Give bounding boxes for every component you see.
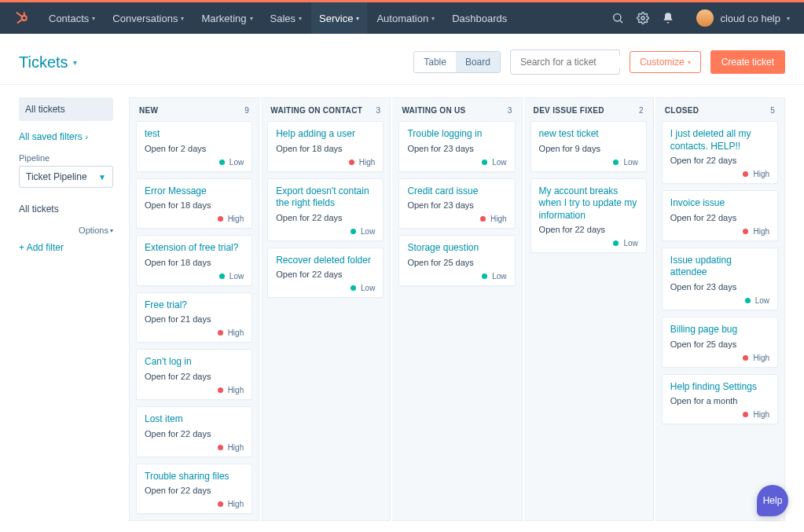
nav-item-dashboards[interactable]: Dashboards bbox=[444, 2, 515, 34]
ticket-card[interactable]: Error MessageOpen for 18 daysHigh bbox=[136, 178, 252, 229]
nav-item-marketing[interactable]: Marketing▾ bbox=[193, 2, 260, 34]
sidebar-tabs: All tickets bbox=[19, 97, 113, 121]
ticket-age: Open for 22 days bbox=[145, 372, 244, 381]
nav-item-label: Contacts bbox=[49, 13, 89, 24]
account-name: cloud co help bbox=[720, 13, 780, 24]
ticket-age: Open for a month bbox=[670, 396, 769, 405]
priority-dot-icon bbox=[480, 216, 486, 222]
ticket-card[interactable]: Help adding a userOpen for 18 daysHigh bbox=[267, 121, 384, 172]
ticket-title: Trouble logging in bbox=[407, 128, 506, 141]
settings-gear-icon[interactable] bbox=[637, 12, 649, 24]
nav-item-sales[interactable]: Sales▾ bbox=[262, 2, 310, 34]
add-filter-button[interactable]: + Add filter bbox=[19, 242, 64, 253]
chevron-down-icon: ▾ bbox=[181, 15, 184, 22]
nav-item-contacts[interactable]: Contacts▾ bbox=[41, 2, 103, 34]
board-column: CLOSED5I just deleted all my contacts. H… bbox=[655, 97, 785, 521]
column-count: 9 bbox=[244, 106, 249, 115]
customize-button[interactable]: Customize ▾ bbox=[630, 51, 701, 73]
ticket-title: Billing page bug bbox=[670, 324, 769, 336]
search-icon[interactable] bbox=[611, 12, 624, 24]
ticket-card[interactable]: Recover deleted folderOpen for 22 daysLo… bbox=[267, 248, 384, 299]
ticket-card[interactable]: Trouble logging inOpen for 23 daysLow bbox=[398, 121, 515, 172]
ticket-footer: Low bbox=[145, 158, 244, 167]
ticket-title: Lost item bbox=[145, 413, 244, 426]
account-menu[interactable]: cloud co help ▾ bbox=[687, 9, 790, 27]
pipeline-value: Ticket Pipeline bbox=[26, 171, 87, 182]
column-title: WAITING ON US bbox=[402, 106, 465, 115]
svg-line-6 bbox=[620, 20, 622, 23]
priority-label: High bbox=[228, 443, 244, 452]
board-column: WAITING ON CONTACT3Help adding a userOpe… bbox=[261, 97, 391, 521]
priority-dot-icon bbox=[482, 160, 487, 165]
board-view-button[interactable]: Board bbox=[456, 52, 500, 72]
ticket-card[interactable]: I just deleted all my contacts. HELP!!Op… bbox=[662, 121, 778, 184]
chevron-down-icon: ▾ bbox=[688, 59, 691, 66]
svg-point-7 bbox=[641, 17, 644, 20]
ticket-card[interactable]: Can't log inOpen for 22 daysHigh bbox=[136, 349, 252, 400]
view-toggle: Table Board bbox=[413, 51, 501, 73]
priority-dot-icon bbox=[218, 445, 223, 450]
ticket-age: Open for 22 days bbox=[670, 213, 769, 222]
column-title: NEW bbox=[139, 106, 158, 115]
table-view-button[interactable]: Table bbox=[414, 52, 456, 72]
priority-dot-icon bbox=[743, 229, 748, 234]
ticket-title: Credit card issue bbox=[407, 185, 506, 198]
pipeline-label: Pipeline bbox=[19, 153, 113, 163]
priority-dot-icon bbox=[349, 160, 354, 165]
nav-item-conversations[interactable]: Conversations▾ bbox=[105, 2, 192, 34]
ticket-card[interactable]: Storage questionOpen for 25 daysLow bbox=[398, 235, 515, 286]
column-count: 3 bbox=[376, 106, 381, 115]
ticket-age: Open for 2 days bbox=[145, 144, 244, 153]
priority-label: Low bbox=[755, 296, 769, 305]
nav-item-automation[interactable]: Automation▾ bbox=[369, 2, 442, 34]
ticket-age: Open for 23 days bbox=[407, 200, 506, 210]
nav-item-label: Conversations bbox=[112, 13, 178, 24]
ticket-footer: Low bbox=[539, 239, 638, 248]
ticket-card[interactable]: Invoice issueOpen for 22 daysHigh bbox=[662, 190, 778, 241]
ticket-card[interactable]: Export doesn't contain the right fieldsO… bbox=[267, 178, 384, 241]
search-input[interactable] bbox=[519, 56, 640, 68]
ticket-footer: High bbox=[145, 443, 244, 452]
priority-dot-icon bbox=[218, 387, 223, 393]
create-ticket-button[interactable]: Create ticket bbox=[710, 50, 785, 74]
options-dropdown[interactable]: Options ▾ bbox=[79, 226, 113, 235]
ticket-card[interactable]: new test ticketOpen for 9 daysLow bbox=[530, 121, 647, 172]
filter-heading: All tickets bbox=[19, 204, 59, 215]
priority-label: Low bbox=[229, 272, 244, 281]
ticket-card[interactable]: Billing page bugOpen for 25 daysHigh bbox=[662, 317, 778, 368]
ticket-age: Open for 22 days bbox=[670, 156, 769, 165]
pipeline-select[interactable]: Ticket Pipeline ▼ bbox=[19, 166, 113, 188]
ticket-age: Open for 9 days bbox=[539, 144, 638, 153]
column-header: NEW9 bbox=[130, 98, 259, 121]
column-count: 2 bbox=[639, 106, 644, 115]
ticket-card[interactable]: Credit card issueOpen for 23 daysHigh bbox=[398, 178, 515, 229]
ticket-card[interactable]: My account breaks when I try to update m… bbox=[530, 178, 647, 254]
saved-filters-link[interactable]: All saved filters › bbox=[19, 131, 88, 142]
ticket-card[interactable]: Help finding SettingsOpen for a monthHig… bbox=[662, 374, 778, 425]
tab-all-tickets[interactable]: All tickets bbox=[19, 97, 113, 121]
column-header: DEV ISSUE FIXED2 bbox=[524, 98, 653, 121]
nav-item-service[interactable]: Service▾ bbox=[311, 2, 367, 34]
ticket-card[interactable]: Extension of free trial?Open for 18 days… bbox=[136, 235, 252, 286]
ticket-footer: High bbox=[145, 500, 244, 508]
chevron-down-icon: ▾ bbox=[73, 58, 77, 67]
ticket-age: Open for 22 days bbox=[145, 486, 244, 495]
ticket-card[interactable]: testOpen for 2 daysLow bbox=[136, 121, 252, 172]
priority-label: High bbox=[228, 215, 244, 223]
notifications-bell-icon[interactable] bbox=[662, 12, 674, 24]
priority-label: Low bbox=[623, 158, 637, 167]
ticket-card[interactable]: Trouble sharing filesOpen for 22 daysHig… bbox=[136, 464, 252, 515]
ticket-footer: High bbox=[276, 158, 375, 167]
priority-dot-icon bbox=[743, 412, 748, 417]
ticket-search[interactable] bbox=[510, 50, 620, 75]
chevron-down-icon: ▾ bbox=[250, 15, 253, 22]
ticket-card[interactable]: Lost itemOpen for 22 daysHigh bbox=[136, 406, 252, 457]
ticket-title: Help finding Settings bbox=[670, 381, 769, 394]
hubspot-logo-icon[interactable] bbox=[14, 11, 28, 25]
help-label: Help bbox=[763, 495, 783, 506]
ticket-card[interactable]: Free trial?Open for 21 daysHigh bbox=[136, 292, 252, 343]
page-title-dropdown[interactable]: Tickets ▾ bbox=[19, 53, 77, 72]
ticket-card[interactable]: Issue updating attendeeOpen for 23 daysL… bbox=[662, 248, 778, 310]
ticket-title: Recover deleted folder bbox=[276, 255, 375, 267]
help-widget[interactable]: Help bbox=[757, 485, 788, 516]
